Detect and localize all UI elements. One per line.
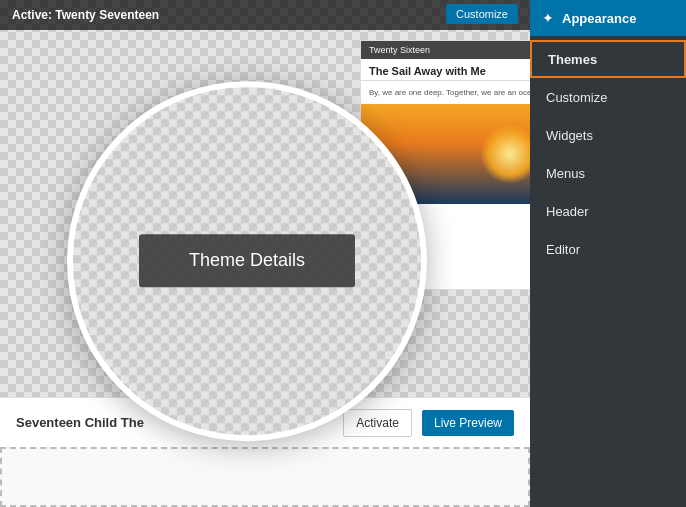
sidebar-item-editor[interactable]: Editor bbox=[530, 230, 686, 268]
theme-title-text: Active: Twenty Seventeen bbox=[12, 8, 159, 22]
preview-card-header: Twenty Sixteen bbox=[361, 41, 530, 59]
live-preview-button[interactable]: Live Preview bbox=[422, 410, 514, 436]
appearance-icon: ✦ bbox=[542, 10, 554, 26]
main-content: Active: Twenty Seventeen Customize Twent… bbox=[0, 0, 530, 507]
sidebar-header: ✦ Appearance bbox=[530, 0, 686, 36]
customize-button[interactable]: Customize bbox=[446, 4, 518, 24]
sidebar-header-text: Appearance bbox=[562, 11, 636, 26]
dashed-bottom-area bbox=[0, 447, 530, 507]
sidebar-item-customize[interactable]: Customize bbox=[530, 78, 686, 116]
preview-site-title: Twenty Sixteen bbox=[369, 45, 430, 55]
theme-details-button[interactable]: Theme Details bbox=[139, 234, 355, 287]
appearance-sidebar: ✦ Appearance Themes Customize Widgets Me… bbox=[530, 0, 686, 507]
theme-header-bar: Active: Twenty Seventeen Customize bbox=[0, 0, 530, 30]
activate-button[interactable]: Activate bbox=[343, 409, 412, 437]
preview-card-body: By, we are one deep. Together, we are an… bbox=[361, 81, 530, 104]
sidebar-item-widgets[interactable]: Widgets bbox=[530, 116, 686, 154]
sun-glow bbox=[480, 124, 530, 184]
preview-card-tagline: The Sail Away with Me bbox=[361, 59, 530, 81]
sidebar-item-menus[interactable]: Menus bbox=[530, 154, 686, 192]
sidebar-item-header[interactable]: Header bbox=[530, 192, 686, 230]
sidebar-item-themes[interactable]: Themes bbox=[530, 40, 686, 78]
circle-inner: Theme Details bbox=[73, 87, 421, 435]
sidebar-menu-items: Themes Customize Widgets Menus Header Ed… bbox=[530, 36, 686, 272]
circle-magnifier: Theme Details bbox=[67, 81, 427, 441]
